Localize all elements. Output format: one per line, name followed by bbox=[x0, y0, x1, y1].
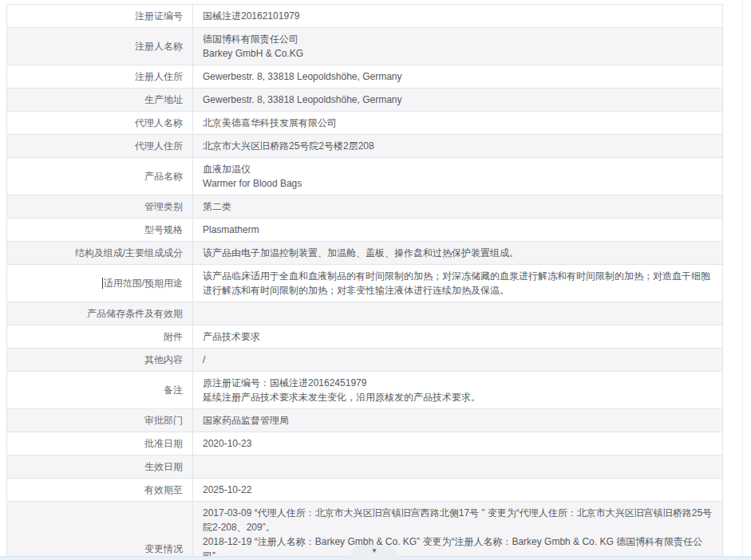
row-label: 注册人住所 bbox=[7, 65, 192, 88]
row-value: 北京美德嘉华科技发展有限公司 bbox=[192, 112, 722, 134]
row-label: 适用范围/预期用途 bbox=[7, 265, 192, 302]
row-label: 产品储存条件及有效期 bbox=[7, 302, 192, 325]
registration-table: 注册证编号国械注进20162101979注册人名称德国博科有限责任公司 Bark… bbox=[6, 4, 723, 560]
table-row: 生产地址Gewerbestr. 8, 33818 Leopoldshöhe, G… bbox=[7, 89, 722, 112]
row-value-text: Gewerbestr. 8, 33818 Leopoldshöhe, Germa… bbox=[203, 93, 713, 107]
table-row: 附件产品技术要求 bbox=[7, 325, 722, 349]
row-value-text: 北京市大兴区旧桥路25号院2号楼2层208 bbox=[203, 139, 713, 153]
table-row: 其他内容/ bbox=[7, 349, 722, 372]
row-label: 生效日期 bbox=[7, 455, 192, 478]
chevron-down-icon: ▼ bbox=[371, 548, 377, 554]
table-row: 备注原注册证编号：国械注进20162451979 延续注册产品技术要求未发生变化… bbox=[7, 372, 722, 409]
row-value: 国械注进20162101979 bbox=[192, 5, 722, 27]
row-value-text: Gewerbestr. 8, 33818 Leopoldshöhe, Germa… bbox=[203, 69, 713, 84]
row-value-text: 该产品由电子加温控制装置、加温舱、盖板、操作盘和过热保护装置组成。 bbox=[203, 246, 713, 260]
table-row: 有效期至2025-10-22 bbox=[7, 479, 722, 502]
row-label: 批准日期 bbox=[7, 432, 192, 455]
row-value: 2017-03-09 “代理人住所：北京市大兴区旧宫镇旧宫西路北侧17号 ” 变… bbox=[192, 502, 722, 560]
row-label: 生产地址 bbox=[7, 89, 192, 111]
row-value: 国家药品监督管理局 bbox=[192, 409, 722, 432]
table-row: 批准日期2020-10-23 bbox=[7, 432, 722, 455]
collapse-handle[interactable]: ▼ bbox=[349, 545, 400, 557]
row-label: 变更情况 bbox=[7, 502, 192, 560]
row-value-text: 2017-03-09 “代理人住所：北京市大兴区旧宫镇旧宫西路北侧17号 ” 变… bbox=[203, 506, 713, 560]
row-value-text: 国家药品监督管理局 bbox=[203, 413, 713, 428]
row-label: 代理人住所 bbox=[7, 135, 192, 157]
row-value: 原注册证编号：国械注进20162451979 延续注册产品技术要求未发生变化，沿… bbox=[192, 372, 722, 408]
row-value: 该产品由电子加温控制装置、加温舱、盖板、操作盘和过热保护装置组成。 bbox=[192, 242, 722, 264]
row-value-text: 第二类 bbox=[203, 199, 713, 214]
row-value: Plasmatherm bbox=[192, 219, 722, 241]
row-value: 血液加温仪 Warmer for Blood Bags bbox=[192, 158, 722, 195]
row-value: 德国博科有限责任公司 Barkey GmbH & Co.KG bbox=[192, 28, 722, 65]
table-row: 适用范围/预期用途该产品临床适用于全血和血液制品的有时间限制的加热；对深冻储藏的… bbox=[7, 265, 722, 302]
row-value: Gewerbestr. 8, 33818 Leopoldshöhe, Germa… bbox=[192, 65, 722, 88]
text-cursor bbox=[102, 278, 103, 289]
row-label-text: 管理类别 bbox=[144, 199, 183, 214]
row-label-text: 型号规格 bbox=[144, 223, 183, 237]
row-label-text: 生效日期 bbox=[144, 459, 183, 474]
row-value: 产品技术要求 bbox=[192, 325, 722, 348]
row-label-text: 产品储存条件及有效期 bbox=[87, 306, 183, 321]
table-row: 审批部门国家药品监督管理局 bbox=[7, 409, 722, 432]
row-label: 注册证编号 bbox=[7, 5, 192, 27]
scrollbar-track[interactable] bbox=[742, 0, 743, 560]
table-row: 型号规格Plasmatherm bbox=[7, 219, 722, 242]
table-row: 结构及组成/主要组成成分该产品由电子加温控制装置、加温舱、盖板、操作盘和过热保护… bbox=[7, 242, 722, 265]
row-value-text: 德国博科有限责任公司 Barkey GmbH & Co.KG bbox=[203, 32, 713, 61]
row-value bbox=[192, 302, 722, 325]
table-row: 产品储存条件及有效期 bbox=[7, 302, 722, 325]
table-row: 生效日期 bbox=[7, 455, 722, 479]
row-label-text: 其他内容 bbox=[144, 353, 183, 367]
row-label: 其他内容 bbox=[7, 349, 192, 371]
row-label: 审批部门 bbox=[7, 409, 192, 432]
row-label: 代理人名称 bbox=[7, 112, 192, 134]
row-value: 2025-10-22 bbox=[192, 479, 722, 501]
row-value bbox=[192, 455, 722, 478]
row-label: 有效期至 bbox=[7, 479, 192, 501]
row-value-text: 原注册证编号：国械注进20162451979 延续注册产品技术要求未发生变化，沿… bbox=[203, 376, 713, 404]
row-value-text: 血液加温仪 Warmer for Blood Bags bbox=[203, 162, 713, 191]
row-label-text: 附件 bbox=[164, 329, 183, 344]
row-label-text: 代理人名称 bbox=[135, 116, 183, 130]
row-label-text: 注册人名称 bbox=[135, 39, 183, 53]
table-row: 注册人住所Gewerbestr. 8, 33818 Leopoldshöhe, … bbox=[7, 65, 722, 89]
row-label-text: 变更情况 bbox=[144, 542, 183, 556]
row-label-text: 有效期至 bbox=[144, 483, 183, 497]
row-label-text: 代理人住所 bbox=[135, 139, 183, 153]
row-value: 北京市大兴区旧桥路25号院2号楼2层208 bbox=[192, 135, 722, 157]
table-row: 代理人名称北京美德嘉华科技发展有限公司 bbox=[7, 112, 722, 135]
row-label: 结构及组成/主要组成成分 bbox=[7, 242, 192, 264]
row-value-text: 北京美德嘉华科技发展有限公司 bbox=[203, 116, 713, 130]
row-value: / bbox=[192, 349, 722, 371]
row-value-text: Plasmatherm bbox=[203, 223, 713, 237]
row-label: 备注 bbox=[7, 372, 192, 408]
row-label-text: 生产地址 bbox=[144, 93, 183, 107]
row-label-text: 结构及组成/主要组成成分 bbox=[75, 246, 183, 260]
row-value: 第二类 bbox=[192, 195, 722, 218]
row-label-text: 注册证编号 bbox=[135, 9, 183, 23]
row-label: 附件 bbox=[7, 325, 192, 348]
table-row: 注册证编号国械注进20162101979 bbox=[7, 5, 722, 28]
row-label-text: 批准日期 bbox=[144, 436, 183, 451]
row-value: Gewerbestr. 8, 33818 Leopoldshöhe, Germa… bbox=[192, 89, 722, 111]
row-value-text: 产品技术要求 bbox=[203, 329, 713, 344]
row-label-text: 适用范围/预期用途 bbox=[104, 276, 183, 290]
table-row: 注册人名称德国博科有限责任公司 Barkey GmbH & Co.KG bbox=[7, 28, 722, 65]
table-row: 代理人住所北京市大兴区旧桥路25号院2号楼2层208 bbox=[7, 135, 722, 158]
row-label: 管理类别 bbox=[7, 195, 192, 218]
row-value-text: 该产品临床适用于全血和血液制品的有时间限制的加热；对深冻储藏的血浆进行解冻和有时… bbox=[203, 269, 713, 298]
row-value-text: 2020-10-23 bbox=[203, 436, 713, 451]
row-label-text: 审批部门 bbox=[144, 413, 183, 428]
row-value: 该产品临床适用于全血和血液制品的有时间限制的加热；对深冻储藏的血浆进行解冻和有时… bbox=[192, 265, 722, 302]
row-value-text: 国械注进20162101979 bbox=[203, 9, 713, 23]
row-value: 2020-10-23 bbox=[192, 432, 722, 455]
row-value-text: / bbox=[203, 353, 713, 367]
row-label: 注册人名称 bbox=[7, 28, 192, 65]
row-label-text: 备注 bbox=[164, 383, 183, 397]
row-label-text: 产品名称 bbox=[144, 169, 183, 183]
row-label-text: 注册人住所 bbox=[135, 69, 183, 84]
row-label: 型号规格 bbox=[7, 219, 192, 241]
table-row: 产品名称血液加温仪 Warmer for Blood Bags bbox=[7, 158, 722, 195]
table-row: 管理类别第二类 bbox=[7, 195, 722, 219]
